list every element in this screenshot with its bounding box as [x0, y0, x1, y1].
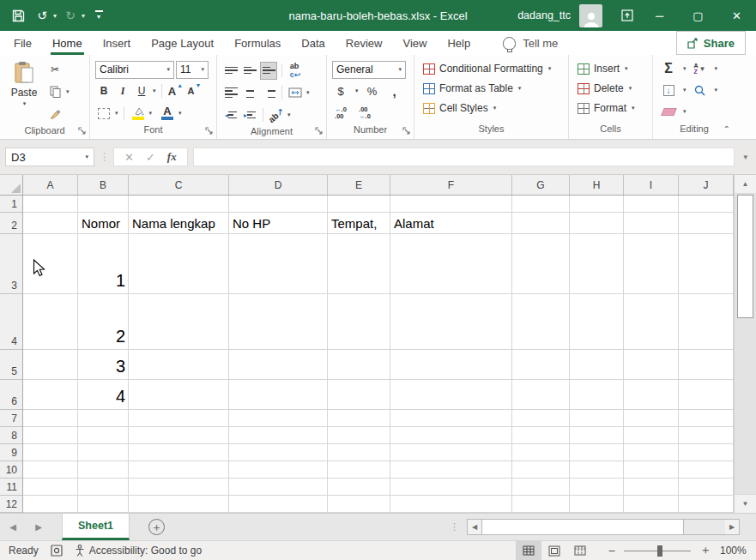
cell-D5[interactable]	[229, 350, 328, 380]
cell-J2[interactable]	[679, 213, 734, 234]
percent-style-button[interactable]: %	[364, 82, 381, 100]
cell-C2[interactable]: Nama lengkap	[129, 213, 229, 234]
tell-me[interactable]: Tell me	[503, 31, 558, 55]
font-size-select[interactable]: 11▾	[176, 61, 209, 79]
cell-B9[interactable]	[78, 444, 129, 461]
merge-center-dropdown-icon[interactable]: ▾	[306, 89, 310, 96]
clear-button[interactable]	[660, 103, 677, 121]
cell-C6[interactable]	[129, 380, 229, 410]
underline-button[interactable]: U	[133, 82, 150, 100]
number-format-select[interactable]: General▾	[332, 61, 406, 79]
cancel-icon[interactable]: ✕	[124, 151, 134, 164]
cell-D9[interactable]	[229, 444, 328, 461]
cell-D1[interactable]	[229, 196, 328, 213]
cell-B10[interactable]	[78, 461, 129, 479]
cell-E9[interactable]	[328, 444, 390, 461]
merge-center-button[interactable]	[287, 84, 304, 102]
decrease-font-size-button[interactable]: A▼	[186, 82, 203, 100]
fill-color-button[interactable]	[130, 105, 147, 123]
avatar[interactable]	[579, 4, 602, 27]
insert-cells-button[interactable]: Insert▾	[578, 59, 649, 78]
select-all-corner[interactable]	[0, 175, 23, 196]
cell-H3[interactable]	[570, 234, 624, 294]
bottom-align-button[interactable]	[260, 62, 277, 80]
cell-F12[interactable]	[390, 496, 512, 513]
bold-button[interactable]: B	[95, 82, 112, 100]
cell-H1[interactable]	[570, 196, 624, 213]
cell-H2[interactable]	[570, 213, 624, 234]
cell-E7[interactable]	[328, 410, 390, 427]
cell-E2[interactable]: Tempat,	[328, 213, 390, 234]
cell-F1[interactable]	[390, 196, 512, 213]
cell-A8[interactable]	[23, 427, 78, 444]
cell-G1[interactable]	[512, 196, 570, 213]
row-header-9[interactable]: 9	[0, 444, 22, 461]
minimize-button[interactable]: ─	[640, 0, 679, 31]
cell-H6[interactable]	[570, 380, 624, 410]
cell-A7[interactable]	[23, 410, 78, 427]
borders-button[interactable]	[95, 105, 112, 123]
column-header-E[interactable]: E	[328, 175, 390, 195]
cell-I8[interactable]	[624, 427, 679, 444]
cell-G9[interactable]	[512, 444, 570, 461]
row-header-6[interactable]: 6	[0, 380, 22, 410]
find-select-dropdown-icon[interactable]: ▾	[715, 87, 718, 93]
increase-indent-button[interactable]: ▸	[241, 106, 258, 124]
cell-F9[interactable]	[390, 444, 512, 461]
cell-E1[interactable]	[328, 196, 390, 213]
cell-F8[interactable]	[390, 427, 512, 444]
decrease-indent-button[interactable]: ◂	[222, 106, 239, 124]
cell-G10[interactable]	[512, 461, 570, 479]
cell-F7[interactable]	[390, 410, 512, 427]
cell-J9[interactable]	[679, 444, 734, 461]
cell-F6[interactable]	[390, 380, 512, 410]
column-header-A[interactable]: A	[23, 175, 78, 195]
font-color-dropdown-icon[interactable]: ▾	[178, 110, 182, 117]
cell-G2[interactable]	[512, 213, 570, 234]
wrap-text-button[interactable]: abc↩	[287, 62, 304, 80]
cell-E4[interactable]	[328, 294, 390, 350]
column-header-F[interactable]: F	[390, 175, 512, 195]
delete-cells-button[interactable]: Delete▾	[578, 79, 649, 98]
cell-J8[interactable]	[679, 427, 734, 444]
cell-E5[interactable]	[328, 350, 390, 380]
cell-D8[interactable]	[229, 427, 328, 444]
cell-I6[interactable]	[624, 380, 679, 410]
fill-button[interactable]: ↓	[660, 81, 677, 99]
cell-B7[interactable]	[78, 410, 129, 427]
page-break-preview-button[interactable]	[567, 541, 593, 560]
horizontal-scrollbar[interactable]: ◀ ▶	[467, 519, 740, 535]
horizontal-scroll-thumb[interactable]	[481, 520, 684, 534]
cell-I9[interactable]	[624, 444, 679, 461]
zoom-slider[interactable]	[624, 551, 691, 551]
cell-G6[interactable]	[512, 380, 570, 410]
zoom-level[interactable]: 100%	[720, 545, 756, 557]
sheet-tab-sheet1[interactable]: Sheet1	[62, 514, 130, 540]
cell-A9[interactable]	[23, 444, 78, 461]
cell-H10[interactable]	[570, 461, 624, 479]
cell-B2[interactable]: Nomor	[78, 213, 129, 234]
name-box[interactable]: D3 ▾	[5, 148, 94, 166]
cell-A4[interactable]	[23, 294, 78, 350]
paste-button[interactable]: Paste ▾	[5, 59, 43, 124]
tab-page-layout[interactable]: Page Layout	[141, 31, 224, 55]
sort-filter-button[interactable]: AZ▼	[692, 60, 709, 78]
cell-B1[interactable]	[78, 196, 129, 213]
cell-B4[interactable]: 2	[78, 294, 129, 350]
tab-view[interactable]: View	[392, 31, 437, 55]
cell-styles-button[interactable]: Cell Styles▾	[423, 99, 565, 117]
orientation-dropdown-icon[interactable]: ▾	[287, 111, 291, 118]
row-header-3[interactable]: 3	[0, 234, 22, 294]
cell-C4[interactable]	[129, 294, 229, 350]
cell-H4[interactable]	[570, 294, 624, 350]
cell-A12[interactable]	[23, 496, 78, 513]
expand-formula-bar-icon[interactable]: ▾	[740, 153, 751, 161]
cell-C9[interactable]	[129, 444, 229, 461]
redo-icon[interactable]: ↻	[60, 5, 81, 26]
sort-filter-dropdown-icon[interactable]: ▾	[715, 65, 718, 72]
cell-F2[interactable]: Alamat	[390, 213, 512, 234]
cell-I10[interactable]	[624, 461, 679, 479]
redo-dropdown-icon[interactable]: ▾	[82, 12, 85, 20]
cell-G8[interactable]	[512, 427, 570, 444]
accounting-format-button[interactable]: $	[332, 82, 349, 100]
